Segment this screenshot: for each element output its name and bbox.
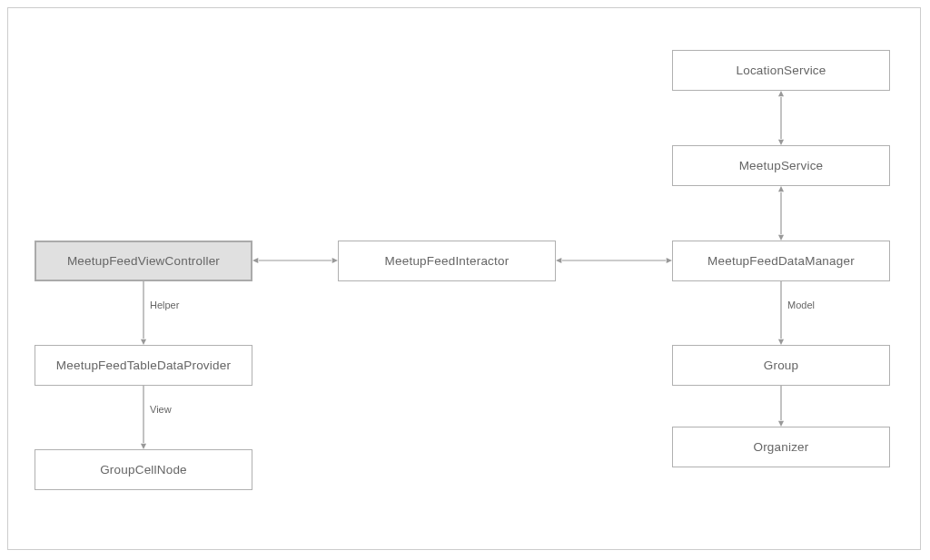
node-label: MeetupFeedInteractor [385,254,510,268]
node-cell: GroupCellNode [35,449,252,490]
node-prov: MeetupFeedTableDataProvider [35,345,252,386]
node-label: GroupCellNode [100,463,187,476]
node-label: MeetupFeedTableDataProvider [56,359,231,372]
node-label: LocationService [736,64,826,77]
node-label: MeetupFeedViewController [67,254,220,268]
node-grp: Group [672,345,890,386]
node-label: Organizer [753,440,808,454]
node-org: Organizer [672,427,890,467]
node-label: MeetupService [739,159,824,172]
node-inter: MeetupFeedInteractor [338,241,556,281]
node-dm: MeetupFeedDataManager [672,241,890,281]
edge-label: Helper [150,300,179,310]
node-vc: MeetupFeedViewController [35,241,252,281]
node-ls: LocationService [672,50,890,91]
node-label: MeetupFeedDataManager [707,254,855,268]
node-label: Group [764,359,799,372]
edge-label: Model [787,300,815,310]
node-ms: MeetupService [672,145,890,186]
edge-label: View [150,404,172,415]
